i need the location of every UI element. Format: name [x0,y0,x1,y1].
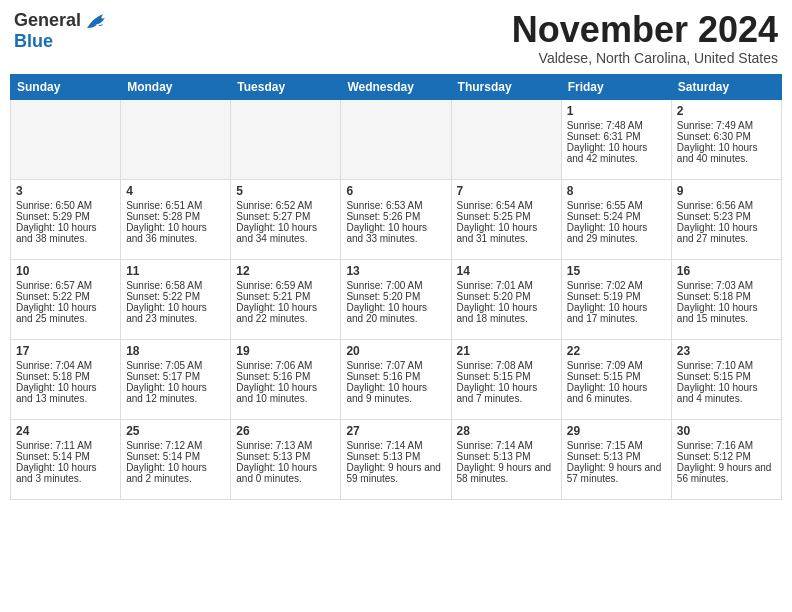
calendar-cell: 16Sunrise: 7:03 AMSunset: 5:18 PMDayligh… [671,259,781,339]
calendar-cell: 27Sunrise: 7:14 AMSunset: 5:13 PMDayligh… [341,419,451,499]
calendar-cell: 17Sunrise: 7:04 AMSunset: 5:18 PMDayligh… [11,339,121,419]
sunset-text: Sunset: 5:16 PM [346,371,445,382]
sunrise-text: Sunrise: 6:56 AM [677,200,776,211]
sunset-text: Sunset: 5:15 PM [677,371,776,382]
sunset-text: Sunset: 5:29 PM [16,211,115,222]
sunrise-text: Sunrise: 6:52 AM [236,200,335,211]
daylight-text: Daylight: 9 hours and 58 minutes. [457,462,556,484]
daylight-text: Daylight: 10 hours and 40 minutes. [677,142,776,164]
sunset-text: Sunset: 5:13 PM [457,451,556,462]
calendar-cell: 15Sunrise: 7:02 AMSunset: 5:19 PMDayligh… [561,259,671,339]
sunrise-text: Sunrise: 7:13 AM [236,440,335,451]
calendar-cell: 30Sunrise: 7:16 AMSunset: 5:12 PMDayligh… [671,419,781,499]
sunset-text: Sunset: 5:25 PM [457,211,556,222]
calendar-cell: 19Sunrise: 7:06 AMSunset: 5:16 PMDayligh… [231,339,341,419]
sunset-text: Sunset: 5:24 PM [567,211,666,222]
sunrise-text: Sunrise: 7:03 AM [677,280,776,291]
calendar-cell: 21Sunrise: 7:08 AMSunset: 5:15 PMDayligh… [451,339,561,419]
logo: General Blue [14,10,111,52]
weekday-header-tuesday: Tuesday [231,74,341,99]
sunrise-text: Sunrise: 7:15 AM [567,440,666,451]
daylight-text: Daylight: 10 hours and 3 minutes. [16,462,115,484]
calendar-cell: 18Sunrise: 7:05 AMSunset: 5:17 PMDayligh… [121,339,231,419]
calendar-cell: 5Sunrise: 6:52 AMSunset: 5:27 PMDaylight… [231,179,341,259]
sunrise-text: Sunrise: 7:02 AM [567,280,666,291]
sunrise-text: Sunrise: 6:58 AM [126,280,225,291]
day-number: 18 [126,344,225,358]
calendar-cell: 7Sunrise: 6:54 AMSunset: 5:25 PMDaylight… [451,179,561,259]
daylight-text: Daylight: 9 hours and 57 minutes. [567,462,666,484]
daylight-text: Daylight: 10 hours and 22 minutes. [236,302,335,324]
daylight-text: Daylight: 10 hours and 29 minutes. [567,222,666,244]
sunrise-text: Sunrise: 7:06 AM [236,360,335,371]
title-block: November 2024 Valdese, North Carolina, U… [512,10,778,66]
calendar-cell: 6Sunrise: 6:53 AMSunset: 5:26 PMDaylight… [341,179,451,259]
day-number: 26 [236,424,335,438]
daylight-text: Daylight: 10 hours and 23 minutes. [126,302,225,324]
calendar-cell: 9Sunrise: 6:56 AMSunset: 5:23 PMDaylight… [671,179,781,259]
daylight-text: Daylight: 10 hours and 27 minutes. [677,222,776,244]
day-number: 22 [567,344,666,358]
calendar-cell: 28Sunrise: 7:14 AMSunset: 5:13 PMDayligh… [451,419,561,499]
day-number: 1 [567,104,666,118]
sunset-text: Sunset: 5:26 PM [346,211,445,222]
logo-bird-icon [83,10,111,32]
calendar-cell: 24Sunrise: 7:11 AMSunset: 5:14 PMDayligh… [11,419,121,499]
day-number: 14 [457,264,556,278]
sunset-text: Sunset: 5:18 PM [16,371,115,382]
calendar-week-row: 1Sunrise: 7:48 AMSunset: 6:31 PMDaylight… [11,99,782,179]
sunset-text: Sunset: 5:13 PM [567,451,666,462]
daylight-text: Daylight: 10 hours and 0 minutes. [236,462,335,484]
day-number: 4 [126,184,225,198]
calendar-cell [341,99,451,179]
day-number: 5 [236,184,335,198]
daylight-text: Daylight: 9 hours and 59 minutes. [346,462,445,484]
day-number: 23 [677,344,776,358]
daylight-text: Daylight: 10 hours and 38 minutes. [16,222,115,244]
page-header: General Blue November 2024 Valdese, Nort… [10,10,782,66]
calendar-cell: 25Sunrise: 7:12 AMSunset: 5:14 PMDayligh… [121,419,231,499]
calendar-cell: 14Sunrise: 7:01 AMSunset: 5:20 PMDayligh… [451,259,561,339]
sunset-text: Sunset: 5:15 PM [457,371,556,382]
sunset-text: Sunset: 5:19 PM [567,291,666,302]
daylight-text: Daylight: 10 hours and 7 minutes. [457,382,556,404]
calendar-cell: 23Sunrise: 7:10 AMSunset: 5:15 PMDayligh… [671,339,781,419]
daylight-text: Daylight: 10 hours and 2 minutes. [126,462,225,484]
day-number: 19 [236,344,335,358]
daylight-text: Daylight: 10 hours and 10 minutes. [236,382,335,404]
sunrise-text: Sunrise: 7:00 AM [346,280,445,291]
logo-blue-text: Blue [14,32,53,52]
day-number: 28 [457,424,556,438]
sunrise-text: Sunrise: 6:53 AM [346,200,445,211]
day-number: 12 [236,264,335,278]
weekday-header-sunday: Sunday [11,74,121,99]
calendar-cell: 26Sunrise: 7:13 AMSunset: 5:13 PMDayligh… [231,419,341,499]
calendar-week-row: 3Sunrise: 6:50 AMSunset: 5:29 PMDaylight… [11,179,782,259]
weekday-header-saturday: Saturday [671,74,781,99]
sunset-text: Sunset: 5:15 PM [567,371,666,382]
daylight-text: Daylight: 10 hours and 17 minutes. [567,302,666,324]
daylight-text: Daylight: 10 hours and 31 minutes. [457,222,556,244]
calendar-cell: 8Sunrise: 6:55 AMSunset: 5:24 PMDaylight… [561,179,671,259]
sunrise-text: Sunrise: 6:59 AM [236,280,335,291]
sunset-text: Sunset: 5:12 PM [677,451,776,462]
daylight-text: Daylight: 10 hours and 18 minutes. [457,302,556,324]
weekday-header-thursday: Thursday [451,74,561,99]
sunset-text: Sunset: 5:28 PM [126,211,225,222]
day-number: 30 [677,424,776,438]
daylight-text: Daylight: 10 hours and 36 minutes. [126,222,225,244]
weekday-header-wednesday: Wednesday [341,74,451,99]
sunrise-text: Sunrise: 6:55 AM [567,200,666,211]
daylight-text: Daylight: 10 hours and 6 minutes. [567,382,666,404]
calendar-week-row: 10Sunrise: 6:57 AMSunset: 5:22 PMDayligh… [11,259,782,339]
weekday-header-monday: Monday [121,74,231,99]
day-number: 9 [677,184,776,198]
calendar-cell: 1Sunrise: 7:48 AMSunset: 6:31 PMDaylight… [561,99,671,179]
day-number: 6 [346,184,445,198]
day-number: 25 [126,424,225,438]
daylight-text: Daylight: 10 hours and 25 minutes. [16,302,115,324]
sunrise-text: Sunrise: 6:50 AM [16,200,115,211]
calendar-cell: 13Sunrise: 7:00 AMSunset: 5:20 PMDayligh… [341,259,451,339]
day-number: 20 [346,344,445,358]
daylight-text: Daylight: 10 hours and 12 minutes. [126,382,225,404]
